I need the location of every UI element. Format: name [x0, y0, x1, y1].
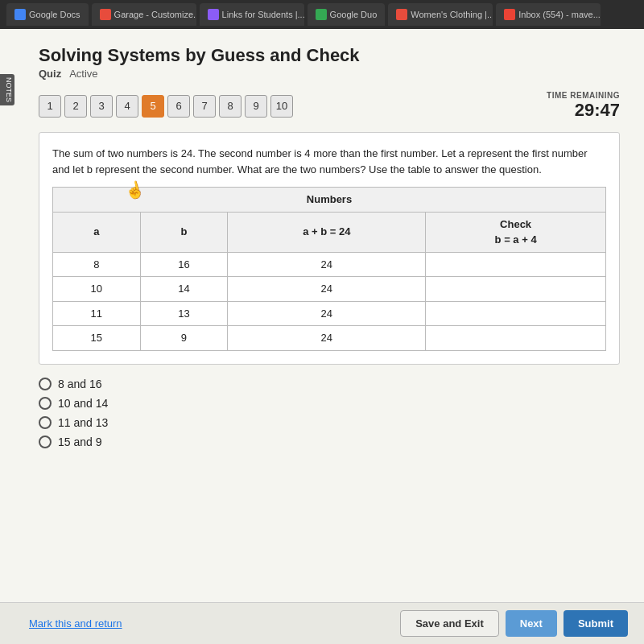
col-header-sum: a + b = 24: [228, 212, 426, 252]
duo-icon: [316, 9, 327, 20]
choice-label-1: 8 and 16: [58, 378, 102, 390]
cell-sum3: 24: [228, 301, 426, 326]
table-row: 8 16 24: [53, 252, 606, 277]
table-row: 11 13 24: [53, 301, 606, 326]
table-row: 10 14 24: [53, 277, 606, 302]
q-num-10[interactable]: 10: [270, 95, 293, 118]
q-num-8[interactable]: 8: [219, 95, 242, 118]
gdocs-icon: [14, 9, 26, 20]
cell-b3: 13: [140, 301, 228, 326]
col-header-b: b: [140, 212, 228, 252]
question-nav-row: 1 2 3 4 5 6 7 8 9 10 TIME REMAINING 29:4…: [39, 91, 620, 121]
tab-links[interactable]: Links for Students |...: [200, 3, 304, 26]
cell-check2: [426, 277, 606, 302]
cell-sum1: 24: [228, 252, 426, 277]
q-num-4[interactable]: 4: [116, 95, 138, 118]
tab-garage[interactable]: Garage - Customize...: [92, 3, 196, 26]
submit-button[interactable]: Submit: [564, 610, 628, 637]
time-label: TIME REMAINING: [547, 91, 620, 100]
tab-women[interactable]: Women's Clothing |...: [388, 3, 493, 26]
quiz-label: Quiz: [39, 68, 61, 80]
links-icon: [208, 9, 219, 20]
col-header-a: a: [53, 212, 141, 252]
question-numbers: 1 2 3 4 5 6 7 8 9 10: [39, 95, 293, 118]
cell-b2: 14: [140, 277, 228, 302]
gmail-icon: [504, 9, 515, 20]
bottom-buttons: Save and Exit Next Submit: [400, 610, 628, 637]
notes-tab[interactable]: NOTES: [0, 74, 14, 105]
answer-choice-3[interactable]: 11 and 13: [39, 416, 620, 429]
quiz-title: Solving Systems by Guess and Check: [39, 45, 620, 66]
q-num-7[interactable]: 7: [193, 95, 216, 118]
page-wrapper: NOTES Solving Systems by Guess and Check…: [0, 29, 644, 644]
cell-a1: 8: [53, 252, 141, 277]
tab-duo[interactable]: Google Duo: [308, 3, 386, 26]
question-text: The sum of two numbers is 24. The second…: [52, 146, 606, 177]
table-row: 15 9 24: [53, 326, 606, 351]
cell-check1: [426, 252, 606, 277]
quiz-meta: Quiz Active: [39, 68, 620, 80]
tab-gdocs[interactable]: Google Docs: [6, 3, 89, 26]
time-remaining: TIME REMAINING 29:47: [547, 91, 620, 121]
mark-return-link[interactable]: Mark this and return: [29, 617, 122, 630]
cell-a2: 10: [53, 277, 141, 302]
radio-2[interactable]: [39, 397, 52, 410]
answer-choice-4[interactable]: 15 and 9: [39, 436, 620, 448]
answer-choice-1[interactable]: 8 and 16: [39, 378, 620, 390]
radio-1[interactable]: [39, 378, 52, 390]
women-icon: [396, 9, 407, 20]
q-num-6[interactable]: 6: [167, 95, 190, 118]
numbers-table: Numbers a b a + b = 24 Checkb = a + 4 8 …: [52, 187, 606, 351]
quiz-status: Active: [69, 68, 97, 80]
choice-label-2: 10 and 14: [58, 397, 108, 410]
cell-check4: [426, 326, 606, 351]
garage-icon: [100, 9, 111, 20]
time-value: 29:47: [547, 100, 620, 121]
q-num-1[interactable]: 1: [39, 95, 61, 118]
choice-label-4: 15 and 9: [58, 436, 102, 448]
answer-choices: 8 and 16 10 and 14 11 and 13 15 and 9: [39, 378, 620, 448]
q-num-9[interactable]: 9: [245, 95, 267, 118]
table-title: Numbers: [53, 188, 606, 213]
radio-3[interactable]: [39, 416, 52, 429]
tab-gmail[interactable]: Inbox (554) - mave...: [496, 3, 601, 26]
choice-label-3: 11 and 13: [58, 416, 108, 429]
cell-b1: 16: [140, 252, 228, 277]
browser-bar: Google Docs Garage - Customize... Links …: [0, 0, 644, 29]
cell-a3: 11: [53, 301, 141, 326]
cell-a4: 15: [53, 326, 141, 351]
main-content: Solving Systems by Guess and Check Quiz …: [14, 29, 644, 477]
question-box: The sum of two numbers is 24. The second…: [39, 132, 620, 365]
cell-sum2: 24: [228, 277, 426, 302]
col-header-check: Checkb = a + 4: [426, 212, 606, 252]
q-num-2[interactable]: 2: [64, 95, 87, 118]
answer-choice-2[interactable]: 10 and 14: [39, 397, 620, 410]
q-num-3[interactable]: 3: [90, 95, 113, 118]
q-num-5[interactable]: 5: [142, 95, 164, 118]
cell-sum4: 24: [228, 326, 426, 351]
cell-b4: 9: [140, 326, 228, 351]
radio-4[interactable]: [39, 436, 52, 448]
save-exit-button[interactable]: Save and Exit: [400, 610, 499, 637]
bottom-bar: Mark this and return Save and Exit Next …: [0, 602, 644, 644]
next-button[interactable]: Next: [506, 610, 557, 637]
cell-check3: [426, 301, 606, 326]
